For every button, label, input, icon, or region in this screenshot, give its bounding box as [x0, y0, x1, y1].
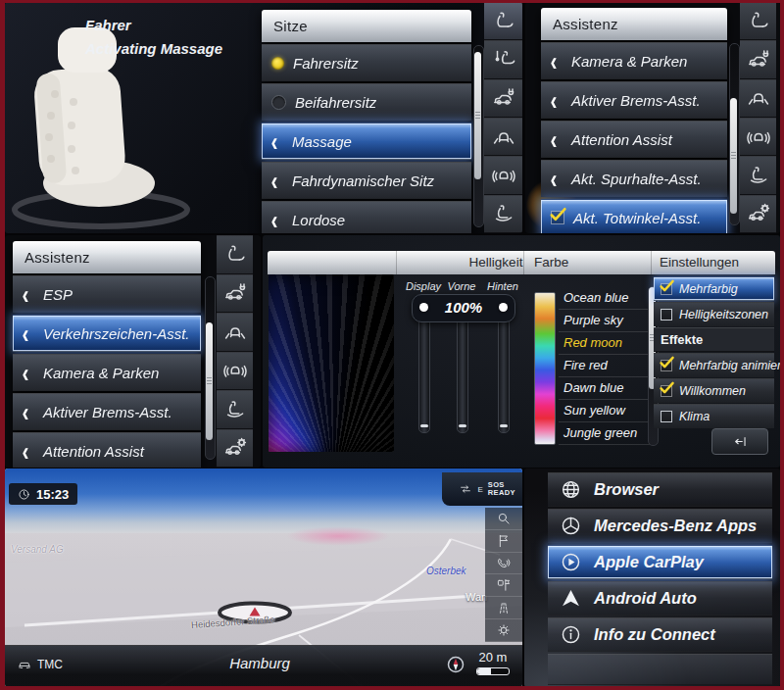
menu-item-label: Akt. Totwinkel-Asst. — [573, 210, 701, 226]
color-option-sun-yellow[interactable]: Sun yellow — [559, 399, 652, 422]
sos-status-badge: E SOS READY — [442, 472, 522, 506]
sidebar-item-assist[interactable] — [484, 118, 522, 156]
setting-helligkeitszonen[interactable]: Helligkeitszonen — [654, 302, 774, 326]
sidebar-item-charging[interactable] — [484, 79, 522, 118]
menu-title: Assistenz — [541, 8, 727, 40]
menu-item-fahrdynamischer-sitz[interactable]: Fahrdynamischer Sitz — [262, 162, 471, 199]
menu-item-verkehrszeichen-asst[interactable]: Verkehrszeichen-Asst. — [13, 315, 201, 352]
color-option-jungle-green[interactable]: Jungle green — [559, 421, 652, 445]
menu-item-android-auto[interactable]: Android Auto — [548, 581, 772, 616]
menu-item-totwinkel-asst[interactable]: Akt. Totwinkel-Asst. — [541, 199, 727, 233]
toolbar-destination[interactable] — [485, 530, 522, 553]
setting-willkommen[interactable]: Willkommen — [654, 378, 774, 403]
sidebar-item-comfort[interactable] — [217, 390, 253, 429]
sidebar-item-alarm[interactable] — [217, 352, 253, 391]
menu-item-kamera-parken[interactable]: Kamera & Parken — [541, 42, 727, 79]
phone-volume-icon — [496, 556, 512, 571]
sidebar-item-comfort[interactable] — [484, 195, 522, 233]
menu-item-beifahrersitz[interactable]: Beifahrersitz — [262, 83, 471, 121]
sidebar-item-vehicle-settings[interactable] — [217, 429, 253, 468]
front-brightness-slider[interactable] — [457, 304, 468, 433]
toolbar-lane-guidance[interactable] — [485, 597, 522, 619]
menu-item-fahrersitz[interactable]: Fahrersitz — [262, 44, 471, 81]
sidebar-item-comfort[interactable] — [740, 156, 776, 194]
sidebar-item-seat[interactable] — [484, 2, 522, 40]
setting-mehrfarbig-animiert[interactable]: Mehrfarbig animiert — [654, 353, 774, 377]
toolbar-route-info[interactable] — [485, 574, 522, 597]
sidebar-item-alarm[interactable] — [484, 156, 522, 194]
sidebar-item-seat[interactable] — [217, 235, 253, 274]
scrollbar-thumb[interactable] — [474, 52, 481, 179]
setting-mehrfarbig[interactable]: Mehrfarbig — [654, 276, 774, 301]
color-option-ocean-blue[interactable]: Ocean blue — [559, 286, 652, 310]
scrollbar[interactable] — [729, 43, 740, 225]
map-label-district: Wan — [466, 591, 487, 603]
menu-item-spurhalte-asst[interactable]: Akt. Spurhalte-Asst. — [541, 160, 727, 197]
sidebar-item-seat-climate[interactable] — [484, 40, 522, 78]
color-option-fire-red[interactable]: Fire red — [559, 354, 652, 377]
menu-item-mercedes-benz-apps[interactable]: Mercedes-Benz Apps — [548, 509, 772, 543]
chevron-left-icon — [550, 47, 563, 75]
scrollbar-thumb[interactable] — [730, 98, 737, 214]
toolbar-map-settings[interactable] — [485, 619, 522, 642]
toolbar-announcements[interactable] — [485, 553, 522, 575]
sidebar-item-assist[interactable] — [740, 79, 776, 118]
color-gradient-bar[interactable] — [534, 292, 556, 445]
menu-item-aktiver-brems-asst[interactable]: Aktiver Brems-Asst. — [541, 81, 727, 119]
chevron-left-icon — [270, 206, 283, 233]
compass-icon[interactable] — [446, 655, 466, 674]
car-charging-icon — [492, 86, 515, 110]
display-brightness-slider[interactable] — [418, 304, 430, 433]
check-icon — [659, 354, 675, 370]
sidebar-item-charging[interactable] — [217, 274, 253, 314]
car-settings-icon — [747, 202, 770, 225]
menu-item-browser[interactable]: Browser — [548, 472, 772, 507]
menu-item-apple-carplay[interactable]: Apple CarPlay — [548, 545, 772, 579]
menu-item-lordose[interactable]: Lordose — [262, 201, 471, 233]
car-settings-icon — [223, 436, 247, 460]
color-option-dawn-blue[interactable]: Dawn blue — [559, 376, 652, 400]
color-option-red-moon[interactable]: Red moon — [559, 331, 652, 355]
checkbox-box — [661, 411, 672, 422]
menu-item-label: Beifahrersitz — [295, 94, 376, 111]
back-button[interactable] — [711, 428, 768, 455]
slider-thumb[interactable] — [499, 303, 508, 312]
map-toolbar — [485, 508, 522, 642]
car-alarm-icon — [747, 125, 770, 149]
route-info-icon — [496, 577, 512, 593]
menu-item-massage[interactable]: Massage — [262, 123, 471, 160]
scrollbar[interactable] — [205, 276, 216, 460]
scrollbar-thumb[interactable] — [206, 322, 213, 440]
menu-item-label: Android Auto — [594, 589, 697, 608]
scrollbar[interactable] — [473, 45, 484, 227]
section-title-settings: Einstellungen — [660, 251, 739, 274]
sidebar-item-assist[interactable] — [217, 313, 253, 352]
mercedes-star-icon — [560, 515, 582, 537]
menu-item-esp[interactable]: ESP — [13, 275, 201, 313]
menu-item-attention-assist[interactable]: Attention Assist — [541, 121, 727, 158]
setting-klima[interactable]: Klima — [654, 404, 774, 428]
check-icon — [659, 277, 675, 294]
sidebar-item-charging[interactable] — [740, 40, 776, 78]
checkbox-checked-icon — [661, 360, 672, 371]
chevron-left-icon — [270, 127, 283, 156]
color-option-purple-sky[interactable]: Purple sky — [559, 309, 652, 332]
checkbox-box — [661, 309, 672, 320]
slider-thumb[interactable] — [419, 303, 428, 312]
chevron-left-icon — [22, 280, 34, 309]
menu-item-attention-assist[interactable]: Attention Assist — [13, 432, 201, 468]
menu-item-info-zu-connect[interactable]: Info zu Connect — [548, 617, 772, 652]
sidebar-item-vehicle-settings[interactable] — [740, 195, 776, 233]
sidebar-item-alarm[interactable] — [740, 118, 776, 156]
section-title-color: Farbe — [534, 251, 568, 274]
rear-brightness-slider[interactable] — [498, 304, 510, 433]
lane-assist-icon — [496, 600, 512, 616]
setting-label: Mehrfarbig — [679, 282, 738, 296]
scale-bar — [476, 667, 510, 675]
menu-item-aktiver-brems-asst[interactable]: Aktiver Brems-Asst. — [13, 393, 201, 430]
menu-item-kamera-parken[interactable]: Kamera & Parken — [13, 354, 201, 391]
toolbar-zoom[interactable] — [485, 508, 522, 530]
seat-status-line2: Activating Massage — [85, 37, 222, 61]
sidebar-item-seat[interactable] — [740, 2, 776, 40]
seat-recline-icon — [747, 10, 770, 33]
